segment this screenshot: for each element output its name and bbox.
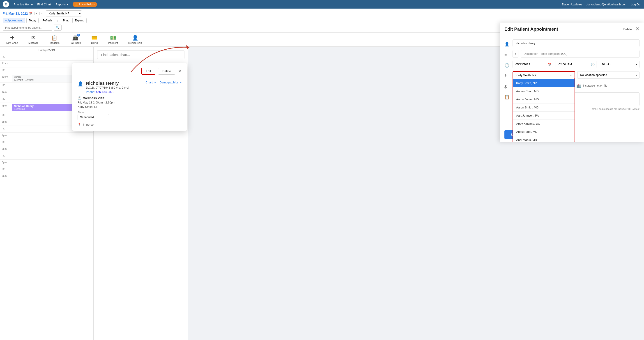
time-label: 1pm bbox=[0, 89, 11, 95]
logout-link[interactable]: Log Out bbox=[631, 3, 641, 6]
patient-icon: 👤 bbox=[78, 81, 83, 86]
nav-practice-home[interactable]: Practice Home bbox=[14, 3, 33, 6]
edit-close-button[interactable]: ✕ bbox=[636, 26, 640, 32]
time-label: 12pm bbox=[0, 74, 11, 80]
date-input[interactable] bbox=[512, 61, 553, 68]
edit-appointment-panel: Edit Patient Appointment Delete ✕ 👤 ≡ We… bbox=[500, 22, 644, 142]
time-label: :30 bbox=[0, 54, 11, 59]
expand-button[interactable]: Expand bbox=[72, 18, 86, 23]
appointment-type-select[interactable]: Wellness Visit bbox=[512, 50, 518, 58]
add-appointment-button[interactable]: + Appointment bbox=[3, 18, 25, 23]
popup-close-button[interactable]: ✕ bbox=[178, 68, 182, 75]
description-input[interactable] bbox=[521, 50, 640, 58]
time-label: :30 bbox=[0, 126, 11, 131]
time-slot: :30 bbox=[0, 166, 93, 173]
visit-time: Fri, May 13 2:00pm - 2:30pm bbox=[78, 101, 182, 104]
fax-icon: 📠0 bbox=[72, 35, 78, 41]
membership-button[interactable]: 👤 Membership bbox=[126, 34, 144, 45]
provider-option[interactable]: Abby Kirkland, DO bbox=[513, 120, 574, 128]
app-logo: E bbox=[3, 1, 9, 8]
appointment-search-input[interactable] bbox=[3, 25, 52, 31]
apt-links: Chart ↗ Demographics ↗ bbox=[146, 81, 182, 84]
provider-option[interactable]: Abdul Patel, MD bbox=[513, 128, 574, 136]
today-button[interactable]: Today bbox=[26, 18, 38, 23]
inperson-row: 📍 In person bbox=[78, 123, 182, 126]
fax-inbox-button[interactable]: 📠0 Fax Inbox bbox=[68, 34, 82, 45]
duration-select[interactable]: 30 min bbox=[599, 61, 640, 68]
patient-name: Nicholas Henry bbox=[86, 81, 129, 86]
provider-select[interactable]: Karly Smith, NP bbox=[46, 10, 82, 16]
nav-help[interactable]: ⚠ I need help ▾ bbox=[72, 2, 97, 7]
chart-link[interactable]: Chart ↗ bbox=[146, 81, 156, 84]
handouts-icon: 📋 bbox=[51, 35, 57, 41]
provider-option[interactable]: Aart Johnson, PA bbox=[513, 112, 574, 120]
time-label: :30 bbox=[0, 68, 11, 73]
time-slot: 5pm bbox=[0, 146, 93, 153]
billing-button[interactable]: 💳 Billing bbox=[89, 34, 100, 45]
phone-link[interactable]: 555-654-9872 bbox=[96, 90, 114, 94]
list-icon: ≡ bbox=[504, 52, 510, 57]
appointment-details: 🕐 Wellness Visit Fri, May 13 2:00pm - 2:… bbox=[78, 96, 182, 126]
insurance-icon: 🏥 bbox=[576, 84, 581, 88]
edit-panel-title: Edit Patient Appointment bbox=[504, 26, 558, 32]
appointment-type-row: ≡ Wellness Visit ▾ bbox=[504, 50, 640, 58]
clock-icon: 🕐 bbox=[78, 96, 82, 100]
provider-option[interactable]: Aaden Chan, MD bbox=[513, 87, 574, 95]
billing-icon: 💳 bbox=[91, 35, 98, 41]
calendar-icon: 📅 bbox=[548, 63, 552, 66]
edit-panel-body: 👤 ≡ Wellness Visit ▾ 🕐 bbox=[500, 36, 644, 127]
message-button[interactable]: ✉ Message bbox=[26, 34, 40, 45]
status-select[interactable]: Scheduled bbox=[78, 114, 109, 120]
search-button[interactable]: 🔍 bbox=[54, 24, 62, 31]
demographics-link[interactable]: Demographics ↗ bbox=[160, 81, 182, 84]
time-label: 6pm bbox=[0, 160, 11, 165]
patient-name-row: 👤 bbox=[504, 40, 640, 47]
handouts-button[interactable]: 📋 Handouts bbox=[47, 34, 61, 45]
toolbar-left: Fri, May 13, 2022 📅 < > Karly Smith, NP … bbox=[3, 10, 86, 31]
date-nav-arrows: < > bbox=[34, 12, 44, 15]
provider-option[interactable]: Aaron Jones, MD bbox=[513, 95, 574, 104]
message-icon: ✉ bbox=[31, 35, 36, 41]
dollar-icon: $ bbox=[504, 84, 510, 89]
time-label: :30 bbox=[0, 166, 11, 172]
provider-option[interactable]: Aaron Smith, MD bbox=[513, 104, 574, 112]
print-button[interactable]: Print bbox=[61, 18, 71, 23]
time-label: 7pm bbox=[0, 173, 11, 178]
popup-edit-button[interactable]: Edit bbox=[142, 68, 155, 75]
time-slot: :30 bbox=[0, 54, 93, 61]
date-calendar-icon[interactable]: 📅 bbox=[29, 12, 32, 15]
time-label: :30 bbox=[0, 96, 11, 102]
payment-button[interactable]: 💵 Payment bbox=[106, 34, 120, 45]
edit-delete-button[interactable]: Delete bbox=[623, 28, 632, 31]
find-chart-input[interactable] bbox=[97, 50, 184, 59]
nav-find-chart[interactable]: Find Chart bbox=[37, 3, 51, 6]
popup-delete-button[interactable]: Delete bbox=[158, 68, 175, 75]
patient-name-input[interactable] bbox=[512, 40, 640, 47]
user-email[interactable]: doctordemo@elationhealth.com bbox=[586, 3, 627, 6]
current-date: Fri, May 13, 2022 📅 bbox=[3, 12, 32, 15]
start-time-input[interactable] bbox=[556, 61, 596, 68]
time-label: :30 bbox=[0, 139, 11, 145]
time-label: 3pm bbox=[0, 119, 11, 124]
next-date-button[interactable]: > bbox=[40, 12, 44, 15]
refresh-button[interactable]: Refresh bbox=[40, 18, 54, 23]
prev-date-button[interactable]: < bbox=[34, 12, 39, 15]
time-icon: 🕐 bbox=[591, 63, 594, 66]
time-slot: :30 bbox=[0, 139, 93, 146]
datetime-row: 🕐 📅 🕐 30 min ▾ bbox=[504, 61, 640, 68]
status-row: Status Scheduled bbox=[78, 111, 182, 120]
toolbar-actions: + Appointment Today Refresh | Print Expa… bbox=[3, 18, 86, 23]
new-chart-button[interactable]: ✚ New Chart bbox=[4, 34, 20, 45]
provider-option[interactable]: Abel Marks, MD bbox=[513, 136, 574, 142]
time-slot: :30 bbox=[0, 153, 93, 160]
nav-reports[interactable]: Reports ▾ bbox=[56, 3, 68, 6]
provider-option[interactable]: Karly Smith, NP bbox=[513, 79, 574, 87]
edit-panel-header-actions: Delete ✕ bbox=[623, 26, 640, 32]
provider-dropdown-button[interactable]: Karly Smith, NP ▾ bbox=[512, 71, 575, 79]
location-select[interactable]: No location specified bbox=[577, 71, 640, 79]
time-label: 4pm bbox=[0, 132, 11, 138]
time-slot: 7pm bbox=[0, 173, 93, 180]
elation-updates-link[interactable]: Elation Updates bbox=[562, 3, 582, 6]
time-slot: 4pm bbox=[0, 132, 93, 139]
time-label: :30 bbox=[0, 112, 11, 118]
